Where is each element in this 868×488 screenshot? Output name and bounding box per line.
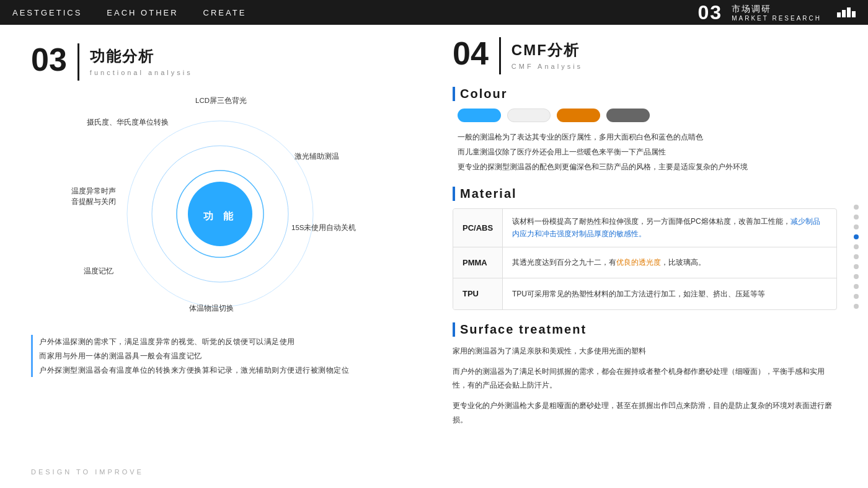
label-auto-off: 15S未使用自动关机 (291, 223, 356, 233)
section04-title-block: CMF分析 CMF Analysis (512, 37, 583, 70)
footer-slogan: DESIGN TO IMPROVE (31, 468, 144, 476)
pcabs-highlight: 减少制品内应力和冲击强度对制品厚度的敏感性。 (512, 217, 820, 238)
nav-dot-1[interactable] (854, 205, 859, 210)
label-lcd: LCD屏三色背光 (195, 96, 247, 105)
right-panel: 04 CMF分析 CMF Analysis Colour 一般的测温枪为了表达其… (434, 25, 868, 488)
nav-dot-9[interactable] (854, 284, 859, 289)
material-title: Material (453, 187, 837, 201)
label-alert: 温度异常时声音提醒与关闭 (71, 186, 116, 208)
surface-text-2: 而户外的测温器为了满足长时间抓握的需求，都会在握持或者整个机身都作磨砂处理（细哑… (453, 365, 837, 393)
label-temp-switch: 体温物温切换 (189, 304, 234, 313)
bottom-text-3: 户外探测型测温器会有温度单位的转换来方便换算和记录，激光辅助则方便进行被测物定位 (39, 363, 409, 378)
nav-dot-6[interactable] (854, 254, 859, 259)
label-laser: 激光辅助测温 (294, 152, 339, 161)
header: AESTGETICS EACH OTHER CREATE 03 市场调研 MAR… (0, 0, 868, 25)
section03-title-en: functional analysis (90, 69, 193, 76)
colour-section: Colour 一般的测温枪为了表达其专业的医疗属性，多用大面积白色和蓝色的点睛色… (453, 87, 837, 174)
material-content-tpu: TPU可采用常见的热塑性材料的加工方法进行加工，如注塑、挤出、压延等等 (503, 278, 836, 309)
nav-dot-11[interactable] (854, 304, 859, 309)
header-nav: AESTGETICS EACH OTHER CREATE (12, 8, 246, 17)
material-label-tpu: TPU (453, 278, 503, 309)
colour-text-3: 更专业的探测型测温器的配色则更偏深色和三防产品的风格，主要是适应复杂的户外环境 (458, 159, 837, 174)
nav-dot-10[interactable] (854, 294, 859, 299)
material-row-tpu: TPU TPU可采用常见的热塑性材料的加工方法进行加工，如注塑、挤出、压延等等 (453, 278, 836, 309)
section03-title-cn: 功能分析 (90, 47, 193, 66)
nav-item-aesthetics[interactable]: AESTGETICS (12, 8, 82, 17)
bottom-text-1: 户外体温探测的需求下，满足温度异常的视觉、听觉的反馈便可以满足使用 (39, 335, 409, 349)
surface-text-3: 更专业化的户外测温枪大多是粗哑面的磨砂处理，甚至在抓握出作凹点来防滑，目的是防止… (453, 399, 837, 427)
surface-title: Surface treatment (453, 322, 837, 337)
section04-title-cn: CMF分析 (512, 40, 583, 60)
nav-dot-4[interactable] (854, 234, 859, 239)
section04-number: 04 (453, 37, 489, 69)
svg-text:功 能: 功 能 (203, 210, 237, 221)
section04-divider (499, 37, 501, 74)
bottom-text-2: 而家用与外用一体的测温器具一般会有温度记忆 (39, 349, 409, 363)
nav-dot-2[interactable] (854, 215, 859, 220)
header-right: 03 市场调研 MARKET RESEARCH (698, 2, 856, 22)
material-label-pcabs: PC/ABS (453, 209, 503, 247)
colour-title: Colour (453, 87, 837, 101)
section-divider (78, 43, 79, 81)
functional-diagram: 功 能 LCD屏三色背光 激光辅助测温 15S未使用自动关机 体温物温切换 温度… (65, 93, 375, 329)
nav-dot-3[interactable] (854, 224, 859, 229)
bar-chart-icon (837, 7, 856, 17)
nav-dots (854, 205, 859, 309)
material-row-pcabs: PC/ABS 该材料一份模提高了耐热性和拉伸强度，另一方面降低PC熔体粘度，改善… (453, 209, 836, 247)
section04-header: 04 CMF分析 CMF Analysis (453, 37, 837, 74)
main-content: 03 功能分析 functional analysis 功 能 (0, 25, 868, 488)
colour-text-2: 而儿童测温仪除了医疗外还会用上一些暖色来平衡一下产品属性 (458, 144, 837, 159)
bottom-description: 户外体温探测的需求下，满足温度异常的视觉、听觉的反馈便可以满足使用 而家用与外用… (31, 335, 409, 377)
left-panel: 03 功能分析 functional analysis 功 能 (0, 25, 434, 488)
section03-title-block: 功能分析 functional analysis (90, 43, 193, 76)
colour-swatches (458, 109, 837, 122)
nav-item-each-other[interactable]: EACH OTHER (107, 8, 178, 17)
colour-description: 一般的测温枪为了表达其专业的医疗属性，多用大面积白色和蓝色的点睛色 而儿童测温仪… (458, 130, 837, 174)
material-content-pmma: 其透光度达到百分之九十二，有优良的透光度，比玻璃高。 (503, 247, 836, 278)
label-memory: 温度记忆 (84, 267, 113, 276)
swatch-orange (557, 109, 600, 122)
nav-dot-5[interactable] (854, 244, 859, 249)
swatch-blue (458, 109, 501, 122)
swatch-white (507, 109, 551, 122)
material-label-pmma: PMMA (453, 247, 503, 278)
surface-text-1: 家用的测温器为了满足亲肤和美观性，大多使用光面的塑料 (453, 344, 837, 358)
material-section: Material PC/ABS 该材料一份模提高了耐热性和拉伸强度，另一方面降低… (453, 187, 837, 310)
header-title-block: 市场调研 MARKET RESEARCH (732, 4, 822, 22)
pmma-highlight: 优良的透光度 (616, 258, 661, 267)
nav-dot-8[interactable] (854, 274, 859, 279)
section03-header: 03 功能分析 functional analysis (31, 43, 409, 81)
pcabs-text-before: 该材料一份模提高了耐热性和拉伸强度，另一方面降低PC熔体粘度，改善加工性能，减少… (512, 215, 827, 241)
header-title-en: MARKET RESEARCH (732, 15, 822, 22)
nav-item-create[interactable]: CREATE (203, 8, 247, 17)
label-unit: 摄氏度、华氏度单位转换 (87, 118, 169, 127)
material-content-pcabs: 该材料一份模提高了耐热性和拉伸强度，另一方面降低PC熔体粘度，改善加工性能，减少… (503, 209, 836, 247)
surface-section: Surface treatment 家用的测温器为了满足亲肤和美观性，大多使用光… (453, 322, 837, 427)
diagram-svg: 功 能 (65, 93, 375, 322)
section03-number: 03 (31, 43, 67, 76)
pmma-text-before: 其透光度达到百分之九十二，有优良的透光度，比玻璃高。 (512, 256, 706, 268)
nav-dot-7[interactable] (854, 264, 859, 269)
section04-title-en: CMF Analysis (512, 63, 583, 70)
material-row-pmma: PMMA 其透光度达到百分之九十二，有优良的透光度，比玻璃高。 (453, 247, 836, 278)
header-title-cn: 市场调研 (732, 4, 822, 15)
colour-text-1: 一般的测温枪为了表达其专业的医疗属性，多用大面积白色和蓝色的点睛色 (458, 130, 837, 144)
header-section-number: 03 (698, 2, 723, 22)
swatch-gray (606, 109, 650, 122)
material-table: PC/ABS 该材料一份模提高了耐热性和拉伸强度，另一方面降低PC熔体粘度，改善… (453, 208, 837, 310)
